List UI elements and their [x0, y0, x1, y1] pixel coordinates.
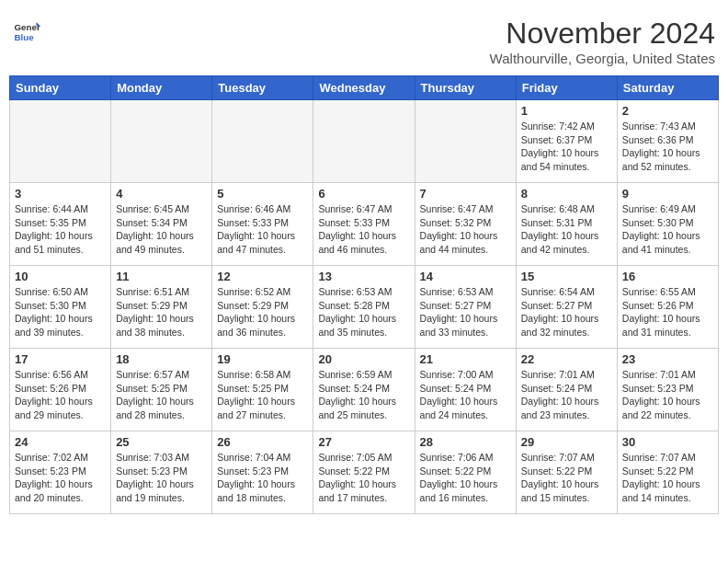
calendar-cell: 5Sunrise: 6:46 AMSunset: 5:33 PMDaylight…	[212, 183, 313, 266]
day-info: Sunrise: 7:02 AMSunset: 5:23 PMDaylight:…	[15, 451, 106, 505]
calendar-cell: 10Sunrise: 6:50 AMSunset: 5:30 PMDayligh…	[10, 266, 111, 349]
day-number: 20	[318, 352, 409, 366]
day-header-friday: Friday	[516, 76, 617, 100]
day-header-thursday: Thursday	[415, 76, 516, 100]
calendar-cell: 19Sunrise: 6:58 AMSunset: 5:25 PMDayligh…	[212, 349, 313, 431]
day-header-tuesday: Tuesday	[212, 76, 313, 100]
calendar-cell: 24Sunrise: 7:02 AMSunset: 5:23 PMDayligh…	[10, 431, 111, 514]
day-number: 22	[521, 352, 612, 366]
calendar-cell: 21Sunrise: 7:00 AMSunset: 5:24 PMDayligh…	[415, 349, 516, 431]
calendar-cell	[111, 100, 212, 183]
day-number: 14	[420, 270, 511, 283]
day-header-wednesday: Wednesday	[313, 76, 415, 100]
week-row-1: 1Sunrise: 7:42 AMSunset: 6:37 PMDaylight…	[10, 100, 719, 183]
day-info: Sunrise: 6:48 AMSunset: 5:31 PMDaylight:…	[521, 202, 612, 257]
week-row-3: 10Sunrise: 6:50 AMSunset: 5:30 PMDayligh…	[10, 266, 719, 349]
day-number: 27	[318, 435, 409, 449]
day-info: Sunrise: 6:46 AMSunset: 5:33 PMDaylight:…	[217, 202, 308, 257]
calendar-cell: 25Sunrise: 7:03 AMSunset: 5:23 PMDayligh…	[111, 431, 212, 514]
day-info: Sunrise: 6:52 AMSunset: 5:29 PMDaylight:…	[217, 285, 308, 339]
day-info: Sunrise: 6:53 AMSunset: 5:27 PMDaylight:…	[420, 285, 511, 339]
calendar-cell: 16Sunrise: 6:55 AMSunset: 5:26 PMDayligh…	[617, 266, 718, 349]
calendar-cell: 8Sunrise: 6:48 AMSunset: 5:31 PMDaylight…	[516, 183, 617, 266]
day-info: Sunrise: 7:00 AMSunset: 5:24 PMDaylight:…	[420, 368, 511, 422]
day-info: Sunrise: 6:45 AMSunset: 5:34 PMDaylight:…	[116, 202, 207, 257]
calendar-cell: 13Sunrise: 6:53 AMSunset: 5:28 PMDayligh…	[313, 266, 415, 349]
day-info: Sunrise: 6:59 AMSunset: 5:24 PMDaylight:…	[318, 368, 409, 422]
day-info: Sunrise: 7:03 AMSunset: 5:23 PMDaylight:…	[116, 451, 207, 505]
calendar-cell	[10, 100, 111, 183]
calendar-cell: 17Sunrise: 6:56 AMSunset: 5:26 PMDayligh…	[10, 349, 111, 431]
day-info: Sunrise: 7:01 AMSunset: 5:23 PMDaylight:…	[622, 368, 713, 422]
week-row-5: 24Sunrise: 7:02 AMSunset: 5:23 PMDayligh…	[10, 431, 719, 514]
calendar-cell: 14Sunrise: 6:53 AMSunset: 5:27 PMDayligh…	[415, 266, 516, 349]
day-info: Sunrise: 6:51 AMSunset: 5:29 PMDaylight:…	[116, 285, 207, 339]
day-info: Sunrise: 6:47 AMSunset: 5:33 PMDaylight:…	[318, 202, 409, 257]
day-number: 12	[217, 270, 308, 283]
calendar-cell: 22Sunrise: 7:01 AMSunset: 5:24 PMDayligh…	[516, 349, 617, 431]
day-info: Sunrise: 7:05 AMSunset: 5:22 PMDaylight:…	[318, 451, 409, 505]
calendar-cell: 3Sunrise: 6:44 AMSunset: 5:35 PMDaylight…	[10, 183, 111, 266]
day-info: Sunrise: 7:04 AMSunset: 5:23 PMDaylight:…	[217, 451, 308, 505]
calendar-cell: 2Sunrise: 7:43 AMSunset: 6:36 PMDaylight…	[617, 100, 718, 183]
day-info: Sunrise: 6:50 AMSunset: 5:30 PMDaylight:…	[15, 285, 106, 339]
calendar-cell: 28Sunrise: 7:06 AMSunset: 5:22 PMDayligh…	[415, 431, 516, 514]
location-subtitle: Walthourville, Georgia, United States	[490, 51, 715, 66]
day-number: 5	[217, 187, 308, 201]
logo: General Blue	[13, 17, 40, 44]
calendar-cell: 12Sunrise: 6:52 AMSunset: 5:29 PMDayligh…	[212, 266, 313, 349]
day-info: Sunrise: 7:42 AMSunset: 6:37 PMDaylight:…	[521, 120, 612, 174]
calendar-cell: 30Sunrise: 7:07 AMSunset: 5:22 PMDayligh…	[617, 431, 718, 514]
week-row-2: 3Sunrise: 6:44 AMSunset: 5:35 PMDaylight…	[10, 183, 719, 266]
calendar-cell: 6Sunrise: 6:47 AMSunset: 5:33 PMDaylight…	[313, 183, 415, 266]
day-number: 29	[521, 435, 612, 449]
day-info: Sunrise: 7:06 AMSunset: 5:22 PMDaylight:…	[420, 451, 511, 505]
day-info: Sunrise: 6:49 AMSunset: 5:30 PMDaylight:…	[622, 202, 713, 257]
day-info: Sunrise: 6:55 AMSunset: 5:26 PMDaylight:…	[622, 285, 713, 339]
day-number: 16	[622, 270, 713, 283]
day-info: Sunrise: 7:43 AMSunset: 6:36 PMDaylight:…	[622, 120, 713, 174]
day-number: 2	[622, 104, 713, 118]
calendar-table: SundayMondayTuesdayWednesdayThursdayFrid…	[9, 75, 719, 514]
page-header: General Blue November 2024 Walthourville…	[9, 9, 719, 70]
day-info: Sunrise: 7:01 AMSunset: 5:24 PMDaylight:…	[521, 368, 612, 422]
days-header-row: SundayMondayTuesdayWednesdayThursdayFrid…	[10, 76, 719, 100]
title-section: November 2024 Walthourville, Georgia, Un…	[490, 17, 715, 66]
day-info: Sunrise: 7:07 AMSunset: 5:22 PMDaylight:…	[622, 451, 713, 505]
day-info: Sunrise: 6:54 AMSunset: 5:27 PMDaylight:…	[521, 285, 612, 339]
day-number: 18	[116, 352, 207, 366]
day-info: Sunrise: 6:57 AMSunset: 5:25 PMDaylight:…	[116, 368, 207, 422]
day-number: 21	[420, 352, 511, 366]
day-number: 25	[116, 435, 207, 449]
day-number: 1	[521, 104, 612, 118]
day-number: 17	[15, 352, 106, 366]
day-info: Sunrise: 6:47 AMSunset: 5:32 PMDaylight:…	[420, 202, 511, 257]
day-info: Sunrise: 6:53 AMSunset: 5:28 PMDaylight:…	[318, 285, 409, 339]
day-info: Sunrise: 6:56 AMSunset: 5:26 PMDaylight:…	[15, 368, 106, 422]
calendar-cell: 20Sunrise: 6:59 AMSunset: 5:24 PMDayligh…	[313, 349, 415, 431]
day-header-sunday: Sunday	[10, 76, 111, 100]
month-title: November 2024	[490, 17, 715, 51]
calendar-cell	[212, 100, 313, 183]
day-number: 30	[622, 435, 713, 449]
day-number: 10	[15, 270, 106, 283]
day-number: 11	[116, 270, 207, 283]
day-number: 8	[521, 187, 612, 201]
day-number: 19	[217, 352, 308, 366]
day-number: 26	[217, 435, 308, 449]
calendar-cell: 9Sunrise: 6:49 AMSunset: 5:30 PMDaylight…	[617, 183, 718, 266]
day-number: 3	[15, 187, 106, 201]
calendar-cell	[313, 100, 415, 183]
svg-text:Blue: Blue	[15, 32, 35, 42]
day-info: Sunrise: 7:07 AMSunset: 5:22 PMDaylight:…	[521, 451, 612, 505]
calendar-cell: 26Sunrise: 7:04 AMSunset: 5:23 PMDayligh…	[212, 431, 313, 514]
calendar-cell: 23Sunrise: 7:01 AMSunset: 5:23 PMDayligh…	[617, 349, 718, 431]
day-number: 23	[622, 352, 713, 366]
calendar-cell: 4Sunrise: 6:45 AMSunset: 5:34 PMDaylight…	[111, 183, 212, 266]
day-number: 9	[622, 187, 713, 201]
week-row-4: 17Sunrise: 6:56 AMSunset: 5:26 PMDayligh…	[10, 349, 719, 431]
calendar-cell: 18Sunrise: 6:57 AMSunset: 5:25 PMDayligh…	[111, 349, 212, 431]
day-info: Sunrise: 6:44 AMSunset: 5:35 PMDaylight:…	[15, 202, 106, 257]
day-number: 6	[318, 187, 409, 201]
calendar-cell: 27Sunrise: 7:05 AMSunset: 5:22 PMDayligh…	[313, 431, 415, 514]
